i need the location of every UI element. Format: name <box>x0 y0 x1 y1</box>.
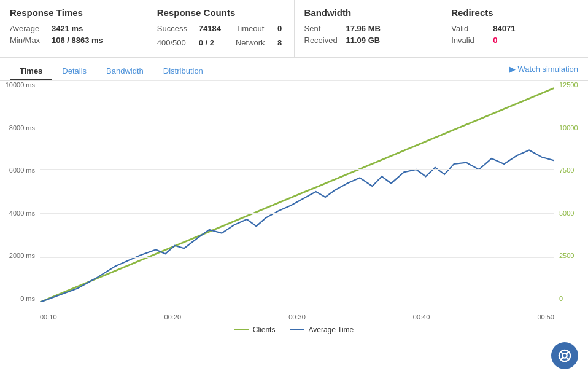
avg-time-line <box>40 150 554 303</box>
sent-value: 17.96 MB <box>346 24 381 33</box>
received-label: Received <box>304 36 341 45</box>
y-right-label-2: 5000 <box>559 209 574 217</box>
status-label: 400/500 <box>157 38 194 47</box>
legend-avg-time: Average Time <box>290 326 354 334</box>
x-label-4: 00:50 <box>537 313 554 321</box>
minmax-label: Min/Max <box>10 36 47 45</box>
valid-value: 84071 <box>493 24 515 33</box>
clients-legend-label: Clients <box>253 326 276 334</box>
watch-simulation-label: Watch simulation <box>518 64 579 74</box>
network-value: 8 <box>277 38 282 47</box>
timeout-label: Timeout <box>236 24 273 33</box>
received-value: 11.09 GB <box>346 36 381 45</box>
tabs-bar: Times Details Bandwidth Distribution ▶ W… <box>0 58 588 81</box>
status-value: 0 / 2 <box>199 38 214 47</box>
invalid-label: Invalid <box>451 36 488 45</box>
response-times-card: Response Times Average 3421 ms Min/Max 1… <box>0 0 147 57</box>
invalid-value: 0 <box>493 36 497 45</box>
x-label-1: 00:20 <box>164 313 182 321</box>
x-label-2: 00:30 <box>288 313 306 321</box>
watch-simulation-button[interactable]: ▶ Watch simulation <box>509 64 579 79</box>
chart-area: 0 ms 2000 ms 4000 ms 6000 ms 8000 ms 100… <box>0 81 588 321</box>
response-counts-title: Response Counts <box>157 7 284 18</box>
y-right-label-3: 7500 <box>559 166 574 174</box>
bandwidth-title: Bandwidth <box>304 7 431 18</box>
grid-line-3 <box>40 169 554 170</box>
grid-line-5 <box>40 80 554 81</box>
y-axis-right: 0 2500 5000 7500 10000 12500 <box>554 81 588 302</box>
y-right-label-0: 0 <box>559 295 563 302</box>
tab-details[interactable]: Details <box>52 63 96 80</box>
sent-label: Sent <box>304 24 341 33</box>
x-label-0: 00:10 <box>40 313 57 321</box>
chart-svg <box>40 81 554 302</box>
tab-times[interactable]: Times <box>10 63 52 80</box>
timeout-value: 0 <box>277 24 282 33</box>
success-value: 74184 <box>199 24 221 33</box>
tab-distribution[interactable]: Distribution <box>153 63 213 80</box>
grid-line-1 <box>40 257 554 258</box>
y-right-label-5: 12500 <box>559 81 578 88</box>
response-counts-card: Response Counts Success 74184 400/500 0 … <box>147 0 295 57</box>
y-left-label-2: 4000 ms <box>9 209 35 217</box>
redirects-title: Redirects <box>451 7 578 18</box>
play-icon: ▶ <box>509 64 516 74</box>
grid-line-4 <box>40 125 554 125</box>
tabs: Times Details Bandwidth Distribution <box>10 63 213 80</box>
grid-line-0 <box>40 302 554 302</box>
chart-canvas <box>40 81 554 302</box>
y-left-label-5: 10000 ms <box>6 81 35 88</box>
y-right-label-4: 10000 <box>559 124 578 131</box>
avg-time-legend-label: Average Time <box>308 326 354 334</box>
redirects-card: Redirects Valid 84071 Invalid 0 <box>441 0 588 57</box>
x-label-3: 00:40 <box>413 313 430 321</box>
clients-line <box>40 88 554 302</box>
average-value: 3421 ms <box>52 24 83 33</box>
avg-time-legend-line <box>290 329 304 330</box>
minmax-value: 106 / 8863 ms <box>52 36 103 45</box>
clients-legend-line <box>234 329 249 330</box>
response-times-title: Response Times <box>10 7 137 18</box>
grid-line-2 <box>40 213 554 214</box>
y-axis-left: 0 ms 2000 ms 4000 ms 6000 ms 8000 ms 100… <box>0 81 40 302</box>
success-label: Success <box>157 24 194 33</box>
y-left-label-1: 2000 ms <box>9 252 35 259</box>
bandwidth-card: Bandwidth Sent 17.96 MB Received 11.09 G… <box>295 0 442 57</box>
y-left-label-0: 0 ms <box>20 295 35 302</box>
average-label: Average <box>10 24 47 33</box>
y-right-label-1: 2500 <box>559 252 574 259</box>
y-left-label-4: 8000 ms <box>9 124 35 131</box>
legend-clients: Clients <box>234 326 276 334</box>
chart-legend: Clients Average Time <box>0 321 588 337</box>
x-axis: 00:10 00:20 00:30 00:40 00:50 <box>40 313 554 321</box>
valid-label: Valid <box>451 24 488 33</box>
tab-bandwidth[interactable]: Bandwidth <box>96 63 153 80</box>
network-label: Network <box>236 38 273 47</box>
stats-row: Response Times Average 3421 ms Min/Max 1… <box>0 0 588 58</box>
y-left-label-3: 6000 ms <box>9 166 35 174</box>
